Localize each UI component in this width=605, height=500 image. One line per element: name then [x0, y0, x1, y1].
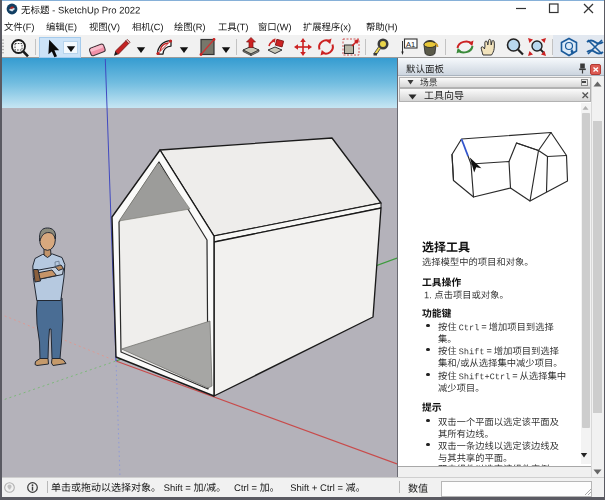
svg-text:A1: A1: [406, 40, 415, 49]
